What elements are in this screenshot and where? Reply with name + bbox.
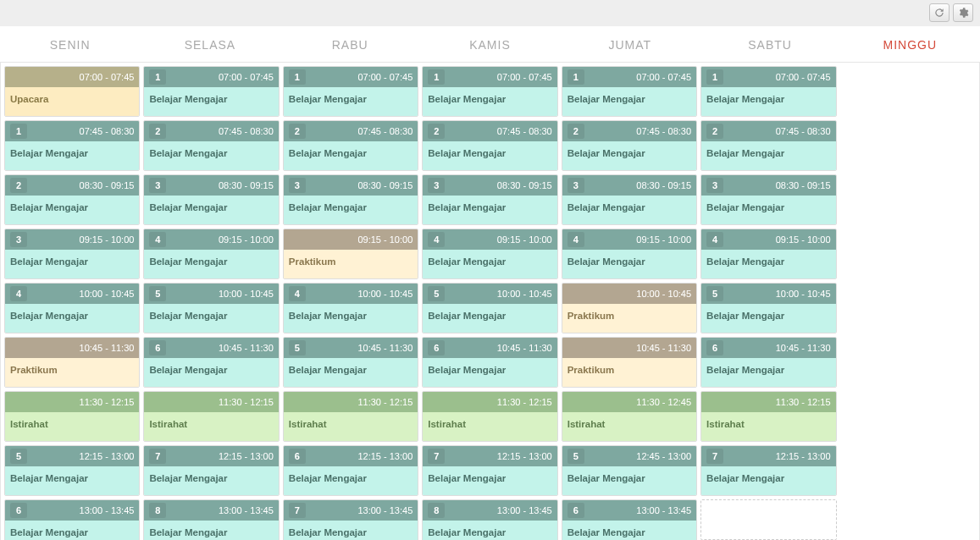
slot-number: 6 (289, 449, 306, 464)
card-head: 207:45 - 08:30 (284, 121, 418, 141)
card-head: 10:00 - 10:45 (562, 284, 696, 304)
schedule-card[interactable]: 308:30 - 09:15Belajar Mengajar (283, 174, 418, 225)
slot-time: 10:45 - 11:30 (728, 343, 830, 353)
card-head: 409:15 - 10:00 (144, 229, 278, 250)
schedule-card[interactable]: 409:15 - 10:00Belajar Mengajar (562, 229, 697, 279)
schedule-card[interactable]: 813:00 - 13:45Belajar Mengajar (422, 499, 557, 540)
schedule-card[interactable]: 713:00 - 13:45Belajar Mengajar (283, 499, 418, 540)
schedule-column (840, 66, 976, 540)
schedule-card[interactable]: 107:00 - 07:45Belajar Mengajar (700, 66, 836, 117)
schedule-card[interactable]: 510:00 - 10:45Belajar Mengajar (700, 283, 836, 333)
schedule-card[interactable]: 207:45 - 08:30Belajar Mengajar (422, 120, 557, 171)
slot-time: 07:45 - 08:30 (311, 126, 412, 136)
schedule-card[interactable]: 409:15 - 10:00Belajar Mengajar (143, 229, 279, 279)
schedule-card[interactable]: 07:00 - 07:45Upacara (4, 66, 140, 117)
card-head: 610:45 - 11:30 (701, 338, 835, 358)
schedule-card[interactable]: 410:00 - 10:45Belajar Mengajar (4, 283, 140, 333)
schedule-card[interactable]: 308:30 - 09:15Belajar Mengajar (700, 174, 836, 225)
card-body: Istirahat (5, 412, 139, 441)
day-selasa[interactable]: SELASA (140, 26, 280, 62)
schedule-card[interactable]: 510:00 - 10:45Belajar Mengajar (143, 283, 279, 333)
slot-number: 3 (149, 178, 166, 193)
schedule-card[interactable]: 712:15 - 13:00Belajar Mengajar (422, 445, 557, 496)
schedule-card[interactable]: 512:15 - 13:00Belajar Mengajar (4, 445, 140, 496)
schedule-card[interactable]: 11:30 - 12:15Istirahat (4, 391, 140, 442)
schedule-card[interactable]: 10:45 - 11:30Praktikum (4, 337, 140, 388)
schedule-card[interactable]: 613:00 - 13:45Belajar Mengajar (4, 499, 140, 540)
schedule-card[interactable]: 11:30 - 12:15Istirahat (422, 391, 557, 442)
slot-number: 6 (568, 503, 584, 518)
schedule-card[interactable]: 309:15 - 10:00Belajar Mengajar (4, 229, 140, 279)
card-body: Praktikum (5, 358, 139, 387)
card-body: Belajar Mengajar (701, 250, 835, 278)
schedule-card[interactable]: 308:30 - 09:15Belajar Mengajar (422, 174, 557, 225)
card-body: Belajar Mengajar (701, 304, 835, 333)
card-body: Belajar Mengajar (284, 304, 418, 333)
day-senin[interactable]: SENIN (0, 26, 140, 62)
schedule-card[interactable]: 107:00 - 07:45Belajar Mengajar (143, 66, 279, 117)
card-body: Belajar Mengajar (701, 87, 835, 116)
slot-number: 1 (568, 69, 584, 85)
schedule-card[interactable]: 610:45 - 11:30Belajar Mengajar (143, 337, 279, 388)
slot-time: 07:00 - 07:45 (10, 72, 134, 82)
day-rabu[interactable]: RABU (280, 26, 420, 62)
schedule-card[interactable]: 712:15 - 13:00Belajar Mengajar (143, 445, 279, 496)
day-minggu[interactable]: MINGGU (840, 26, 980, 62)
settings-button[interactable] (953, 3, 973, 22)
day-sabtu[interactable]: SABTU (700, 26, 839, 62)
schedule-card[interactable]: 510:45 - 11:30Belajar Mengajar (283, 337, 418, 388)
slot-number: 6 (149, 340, 166, 355)
card-body: Belajar Mengajar (423, 521, 556, 540)
schedule-card[interactable]: 409:15 - 10:00Belajar Mengajar (422, 229, 557, 279)
schedule-card[interactable]: 510:00 - 10:45Belajar Mengajar (422, 283, 557, 333)
card-body: Belajar Mengajar (5, 141, 139, 170)
schedule-card[interactable]: 107:00 - 07:45Belajar Mengajar (562, 66, 697, 117)
schedule-card[interactable]: 512:45 - 13:00Belajar Mengajar (562, 445, 697, 496)
slot-number: 5 (289, 340, 306, 355)
schedule-card[interactable]: 308:30 - 09:15Belajar Mengajar (143, 174, 279, 225)
slot-number: 3 (568, 178, 584, 193)
card-head: 308:30 - 09:15 (144, 175, 278, 196)
schedule-card[interactable]: 208:30 - 09:15Belajar Mengajar (4, 174, 140, 225)
schedule-card[interactable]: 308:30 - 09:15Belajar Mengajar (562, 174, 697, 225)
card-body: Belajar Mengajar (5, 521, 139, 540)
schedule-card[interactable]: 10:00 - 10:45Praktikum (562, 283, 697, 333)
slot-time: 10:45 - 11:30 (10, 343, 134, 353)
schedule-column: 07:00 - 07:45Upacara107:45 - 08:30Belaja… (4, 66, 140, 540)
schedule-card[interactable]: 613:00 - 13:45Belajar Mengajar (562, 499, 697, 540)
schedule-card[interactable]: 610:45 - 11:30Belajar Mengajar (700, 337, 836, 388)
refresh-button[interactable] (929, 3, 950, 22)
card-body: Belajar Mengajar (144, 141, 278, 170)
card-body: Belajar Mengajar (284, 466, 418, 495)
schedule-card[interactable]: 11:30 - 12:15Istirahat (283, 391, 418, 442)
schedule-card[interactable]: 712:15 - 13:00Belajar Mengajar (700, 445, 836, 496)
schedule-card[interactable]: 207:45 - 08:30Belajar Mengajar (562, 120, 697, 171)
schedule-card[interactable]: 207:45 - 08:30Belajar Mengajar (143, 120, 279, 171)
schedule-card[interactable]: 09:15 - 10:00Praktikum (283, 229, 418, 279)
day-jumat[interactable]: JUMAT (560, 26, 700, 62)
schedule-card[interactable]: 11:30 - 12:45Istirahat (562, 391, 697, 442)
day-kamis[interactable]: KAMIS (420, 26, 560, 62)
schedule-card[interactable]: 107:45 - 08:30Belajar Mengajar (4, 120, 140, 171)
slot-number: 7 (428, 449, 445, 464)
schedule-card[interactable]: 11:30 - 12:15Istirahat (143, 391, 279, 442)
slot-time: 08:30 - 09:15 (311, 180, 412, 190)
card-body: Istirahat (423, 412, 556, 441)
schedule-card[interactable]: 10:45 - 11:30Praktikum (562, 337, 697, 388)
schedule-card[interactable]: 813:00 - 13:45Belajar Mengajar (143, 499, 279, 540)
card-head: 712:15 - 13:00 (423, 446, 556, 466)
schedule-card[interactable]: 612:15 - 13:00Belajar Mengajar (283, 445, 418, 496)
schedule-card[interactable]: 410:00 - 10:45Belajar Mengajar (283, 283, 418, 333)
card-head: 207:45 - 08:30 (562, 121, 696, 141)
schedule-card[interactable]: 409:15 - 10:00Belajar Mengajar (700, 229, 836, 279)
slot-time: 07:45 - 08:30 (171, 126, 273, 136)
schedule-card[interactable]: 610:45 - 11:30Belajar Mengajar (422, 337, 557, 388)
schedule-card[interactable]: 207:45 - 08:30Belajar Mengajar (283, 120, 418, 171)
empty-slot[interactable] (700, 499, 836, 540)
schedule-card[interactable]: 207:45 - 08:30Belajar Mengajar (700, 120, 836, 171)
schedule-card[interactable]: 107:00 - 07:45Belajar Mengajar (422, 66, 557, 117)
schedule-card[interactable]: 11:30 - 12:15Istirahat (700, 391, 836, 442)
schedule-card[interactable]: 107:00 - 07:45Belajar Mengajar (283, 66, 418, 117)
slot-time: 07:00 - 07:45 (450, 72, 551, 82)
card-body: Belajar Mengajar (701, 196, 835, 224)
